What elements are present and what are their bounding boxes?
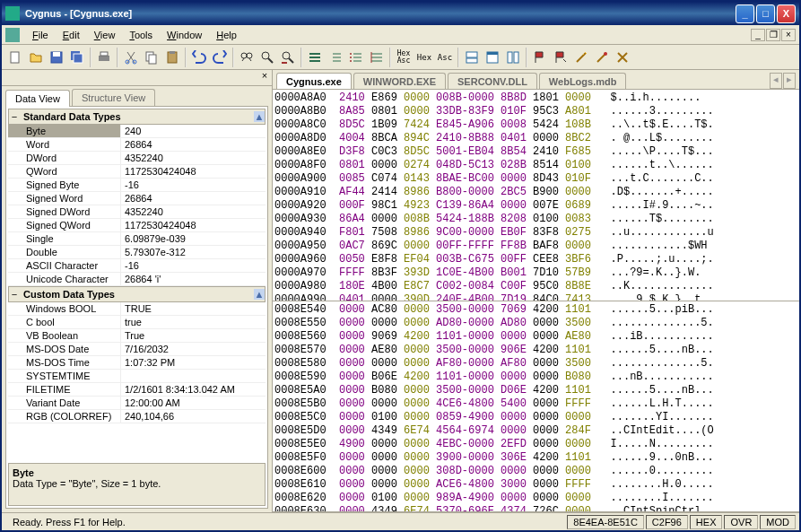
right-panel: Cygnus.exeWINWORD.EXESERCONV.DLLWebLogs.… (273, 70, 799, 512)
mdi-minimize[interactable]: _ (751, 29, 765, 41)
flag2-icon[interactable] (551, 48, 570, 67)
undo-icon[interactable] (189, 48, 209, 67)
data-row[interactable]: QWord1172530424048 (8, 165, 266, 179)
menu-view[interactable]: View (87, 28, 123, 42)
list3-icon[interactable] (346, 48, 366, 67)
tab-next-icon[interactable]: ▸ (783, 73, 796, 89)
mdi-restore[interactable]: ❐ (766, 29, 780, 41)
redo-icon[interactable] (210, 48, 230, 67)
file-tab[interactable]: Cygnus.exe (276, 73, 352, 89)
panel-close-icon[interactable]: × (257, 70, 272, 84)
data-row[interactable]: Signed Byte-16 (8, 179, 266, 192)
save-all-icon[interactable] (67, 48, 87, 67)
data-row[interactable]: Unicode Character26864 'i' (8, 273, 266, 286)
data-row[interactable]: Signed DWord4352240 (8, 205, 266, 219)
scroll-up-icon[interactable]: ▲ (254, 111, 265, 122)
svg-rect-21 (466, 58, 477, 63)
window3-icon[interactable] (503, 48, 523, 67)
svg-point-14 (247, 53, 252, 58)
data-row[interactable]: Signed Word26864 (8, 192, 266, 205)
svg-rect-12 (170, 51, 175, 54)
status-checksum: C2F96 (646, 515, 688, 529)
svg-point-8 (133, 60, 136, 64)
svg-point-17 (350, 53, 352, 55)
data-row[interactable]: Windows BOOLTRUE (8, 302, 266, 316)
menu-tools[interactable]: Tools (122, 28, 160, 42)
data-row[interactable]: SYSTEMTIME (8, 370, 266, 383)
data-row[interactable]: Signed QWord1172530424048 (8, 219, 266, 232)
svg-point-18 (350, 57, 352, 58)
data-row[interactable]: Variant Date12:00:00 AM (8, 397, 266, 410)
status-mode-ovr: OVR (724, 515, 758, 529)
status-mode-hex: HEX (690, 515, 723, 529)
collapse-icon[interactable]: − (9, 289, 20, 300)
menu-help[interactable]: Help (209, 28, 244, 42)
replace-icon[interactable] (278, 48, 298, 67)
collapse-icon[interactable]: − (9, 111, 20, 122)
asc-icon[interactable]: Asc (435, 48, 455, 67)
data-row[interactable]: Double5.79307e-312 (8, 246, 266, 259)
svg-rect-10 (149, 55, 156, 64)
menu-file[interactable]: File (25, 28, 56, 42)
left-panel: × Data ViewStructure View −Standard Data… (2, 70, 273, 512)
data-row[interactable]: FILETIME1/2/1601 8:34:13.042 AM (8, 383, 266, 397)
toolbar: HexAsc Hex Asc (2, 45, 799, 70)
data-row[interactable]: Word26864 (8, 138, 266, 152)
file-tab[interactable]: SERCONV.DLL (448, 73, 537, 89)
save-icon[interactable] (47, 48, 66, 67)
copy-icon[interactable] (142, 48, 161, 67)
data-row[interactable]: C booltrue (8, 316, 266, 329)
menu-edit[interactable]: Edit (56, 28, 87, 42)
data-row[interactable]: MS-DOS Date7/16/2032 (8, 343, 266, 356)
title-bar: Cygnus - [Cygnus.exe] _ □ X (2, 2, 799, 25)
file-tab[interactable]: WebLogs.mdb (539, 73, 627, 89)
cut-icon[interactable] (121, 48, 141, 67)
data-row[interactable]: VB BooleanTrue (8, 329, 266, 343)
flag1-icon[interactable] (530, 48, 550, 67)
svg-rect-20 (466, 52, 477, 57)
file-tab[interactable]: WINWORD.EXE (353, 73, 446, 89)
wand1-icon[interactable] (571, 48, 591, 67)
hex-pane-top[interactable]: 0000A8A0 2410 E869 0000 008B-0000 8B8D 1… (273, 90, 799, 301)
list4-icon[interactable] (367, 48, 387, 67)
data-row[interactable]: Byte240 (8, 125, 266, 138)
svg-point-15 (262, 52, 269, 59)
list2-icon[interactable] (326, 48, 345, 67)
data-row[interactable]: ASCII Character-16 (8, 259, 266, 273)
menu-window[interactable]: Window (160, 28, 209, 42)
data-type-info: Byte Data Type = "Byte", Size = 1 byte. (8, 463, 266, 506)
mdi-icon[interactable] (5, 28, 20, 42)
hex-icon[interactable]: Hex (414, 48, 434, 67)
status-bar: Ready. Press F1 for Help. 8E4EA-8E51C C2… (2, 512, 799, 530)
tab-data-view[interactable]: Data View (5, 90, 70, 107)
window2-icon[interactable] (483, 48, 502, 67)
hex-pane-bottom[interactable]: 0008E540 0000 AC80 0000 3500-0000 7069 4… (273, 301, 799, 513)
maximize-button[interactable]: □ (756, 4, 775, 23)
mdi-close[interactable]: × (781, 29, 796, 41)
data-row[interactable]: DWord4352240 (8, 152, 266, 165)
minimize-button[interactable]: _ (736, 4, 754, 23)
window-title: Cygnus - [Cygnus.exe] (25, 8, 736, 19)
svg-point-7 (126, 60, 129, 64)
data-row[interactable]: Single6.09879e-039 (8, 232, 266, 246)
find-icon[interactable] (237, 48, 257, 67)
window1-icon[interactable] (462, 48, 482, 67)
scroll-up-icon[interactable]: ▲ (254, 289, 265, 300)
tab-prev-icon[interactable]: ◂ (770, 73, 782, 89)
close-button[interactable]: X (777, 4, 796, 23)
tab-structure-view[interactable]: Structure View (72, 89, 155, 106)
print-icon[interactable] (94, 48, 114, 67)
paste-icon[interactable] (162, 48, 182, 67)
svg-point-19 (350, 60, 352, 62)
svg-point-16 (283, 52, 290, 59)
wand2-icon[interactable] (592, 48, 612, 67)
status-message: Ready. Press F1 for Help. (5, 517, 133, 528)
list1-icon[interactable] (305, 48, 325, 67)
open-icon[interactable] (26, 48, 46, 67)
new-icon[interactable] (5, 48, 25, 67)
find-next-icon[interactable] (257, 48, 277, 67)
data-row[interactable]: MS-DOS Time1:07:32 PM (8, 356, 266, 370)
hex-asc-icon[interactable]: HexAsc (394, 48, 414, 67)
wand3-icon[interactable] (613, 48, 632, 67)
data-row[interactable]: RGB (COLORREF)240,104,66 (8, 410, 266, 423)
